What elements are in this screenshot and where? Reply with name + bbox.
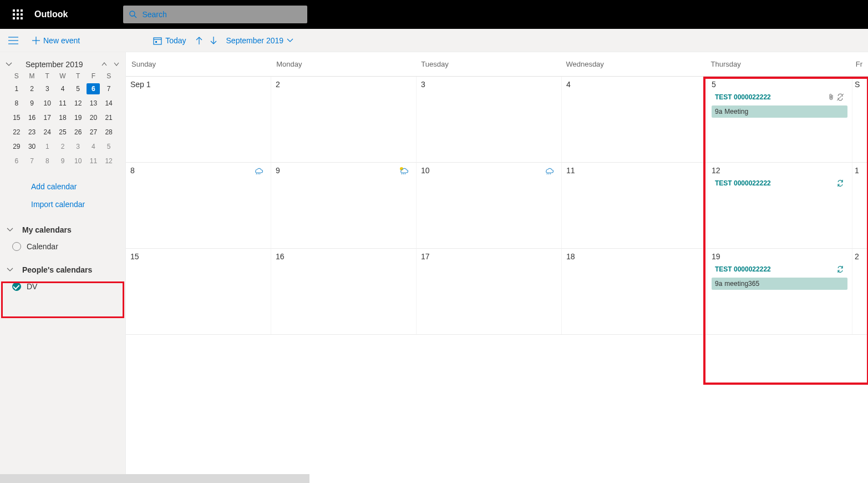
mini-cal-day[interactable]: 20 bbox=[87, 112, 100, 123]
mini-cal-day[interactable]: 26 bbox=[72, 127, 85, 138]
mini-cal-day[interactable]: 10 bbox=[72, 155, 85, 167]
calendar-cell[interactable]: 3 bbox=[417, 77, 562, 162]
mini-cal-day[interactable]: 23 bbox=[26, 127, 39, 138]
mini-cal-next-button[interactable] bbox=[113, 61, 120, 68]
mini-cal-day[interactable]: 12 bbox=[72, 98, 85, 109]
event-meeting[interactable]: 9ameeting365 bbox=[712, 278, 847, 290]
mini-cal-day[interactable]: 4 bbox=[87, 141, 100, 152]
mini-cal-day[interactable]: 15 bbox=[10, 112, 23, 123]
add-calendar-link[interactable]: Add calendar bbox=[0, 177, 125, 194]
mini-cal-day[interactable]: 2 bbox=[56, 141, 69, 152]
calendar-grid: Sep 12345TEST 00000222229aMeetingS891011… bbox=[126, 77, 868, 483]
mini-cal-day[interactable]: 9 bbox=[26, 98, 39, 109]
calendar-cell[interactable]: 1 bbox=[852, 163, 868, 248]
day-header: Fr bbox=[850, 52, 868, 76]
mini-cal-day[interactable]: 28 bbox=[102, 127, 115, 138]
day-headers: SundayMondayTuesdayWednesdayThursdayFr bbox=[126, 52, 868, 77]
mini-cal-day[interactable]: 7 bbox=[26, 155, 39, 167]
mini-cal-day[interactable]: 24 bbox=[40, 127, 54, 138]
calendar-cell[interactable]: 5TEST 00000222229aMeeting bbox=[707, 77, 852, 162]
mini-cal-day[interactable]: 12 bbox=[102, 155, 115, 167]
event-test[interactable]: TEST 0000022222 bbox=[712, 263, 847, 275]
calendar-cell[interactable]: 4 bbox=[562, 77, 707, 162]
chevron-down-icon[interactable] bbox=[6, 62, 12, 67]
today-indicator bbox=[852, 77, 868, 78]
mini-cal-day[interactable]: 17 bbox=[40, 112, 54, 123]
calendar-toggle-icon[interactable] bbox=[12, 282, 21, 291]
calendar-cell[interactable]: 15 bbox=[126, 249, 271, 334]
mini-cal-day[interactable]: 11 bbox=[87, 155, 100, 167]
mini-cal-prev-button[interactable] bbox=[101, 61, 108, 68]
mini-cal-day[interactable]: 10 bbox=[40, 98, 54, 109]
mini-cal-dow: F bbox=[86, 72, 101, 80]
mini-cal-day[interactable]: 5 bbox=[72, 83, 85, 94]
mini-cal-day[interactable]: 1 bbox=[10, 83, 23, 94]
calendar-item-label: DV bbox=[27, 282, 37, 291]
mini-cal-day[interactable]: 5 bbox=[102, 141, 115, 152]
calendar-cell[interactable]: Sep 1 bbox=[126, 77, 271, 162]
mini-cal-day[interactable]: 1 bbox=[40, 141, 54, 152]
my-calendars-label: My calendars bbox=[22, 225, 72, 234]
app-title: Outlook bbox=[34, 9, 68, 19]
weather-icon bbox=[253, 166, 264, 175]
mini-cal-day[interactable]: 18 bbox=[56, 112, 69, 123]
prev-period-button[interactable] bbox=[192, 29, 206, 52]
calendar-cell[interactable]: 11 bbox=[562, 163, 707, 248]
mini-cal-day[interactable]: 4 bbox=[56, 83, 69, 94]
calendar-cell[interactable]: S bbox=[852, 77, 868, 162]
calendar-toggle-icon[interactable] bbox=[12, 242, 21, 251]
mini-cal-day[interactable]: 2 bbox=[26, 83, 39, 94]
date-label: 19 bbox=[712, 252, 847, 261]
calendar-cell[interactable]: 12TEST 0000022222 bbox=[707, 163, 852, 248]
mini-cal-day[interactable]: 3 bbox=[72, 141, 85, 152]
calendar-cell[interactable]: 2 bbox=[852, 249, 868, 334]
date-label: 2 bbox=[276, 80, 412, 89]
mini-cal-day[interactable]: 3 bbox=[40, 83, 54, 94]
mini-cal-day[interactable]: 14 bbox=[102, 98, 115, 109]
calendar-cell[interactable]: 18 bbox=[562, 249, 707, 334]
nav-toggle-button[interactable] bbox=[0, 29, 27, 52]
mini-cal-day[interactable]: 8 bbox=[10, 98, 23, 109]
mini-cal-day[interactable]: 21 bbox=[102, 112, 115, 123]
app-launcher-button[interactable] bbox=[4, 1, 31, 28]
mini-cal-day[interactable]: 9 bbox=[56, 155, 69, 167]
mini-cal-day[interactable]: 6 bbox=[87, 83, 100, 94]
calendar-item-calendar[interactable]: Calendar bbox=[0, 239, 125, 254]
search-box[interactable] bbox=[123, 6, 307, 23]
date-label: 12 bbox=[712, 166, 847, 175]
my-calendars-group-header[interactable]: My calendars bbox=[0, 220, 125, 239]
mini-cal-day[interactable]: 6 bbox=[10, 155, 23, 167]
calendar-item-dv[interactable]: DV bbox=[0, 279, 125, 294]
import-calendar-link[interactable]: Import calendar bbox=[0, 194, 125, 212]
mini-cal-day[interactable]: 29 bbox=[10, 141, 23, 152]
event-time: 9a bbox=[715, 280, 722, 288]
calendar-cell[interactable]: 2 bbox=[271, 77, 417, 162]
peoples-calendars-group-header[interactable]: People's calendars bbox=[0, 260, 125, 279]
event-meeting[interactable]: 9aMeeting bbox=[712, 105, 847, 118]
calendar-cell[interactable]: 8 bbox=[126, 163, 271, 248]
calendar-cell[interactable]: 9 bbox=[271, 163, 417, 248]
calendar-cell[interactable]: 16 bbox=[271, 249, 417, 334]
calendar-cell[interactable]: 10 bbox=[417, 163, 562, 248]
month-picker-button[interactable]: September 2019 bbox=[221, 29, 300, 52]
today-button[interactable]: Today bbox=[148, 29, 191, 52]
new-event-button[interactable]: New event bbox=[27, 29, 85, 52]
mini-cal-day[interactable]: 16 bbox=[26, 112, 39, 123]
mini-cal-day[interactable]: 25 bbox=[56, 127, 69, 138]
next-period-button[interactable] bbox=[206, 29, 221, 52]
mini-cal-day[interactable]: 13 bbox=[87, 98, 100, 109]
svg-rect-2 bbox=[21, 9, 23, 12]
calendar-cell[interactable]: 19TEST 00000222229ameeting365 bbox=[707, 249, 852, 334]
event-test[interactable]: TEST 0000022222 bbox=[712, 177, 847, 189]
mini-cal-day[interactable]: 19 bbox=[72, 112, 85, 123]
mini-cal-day[interactable]: 7 bbox=[102, 83, 115, 94]
mini-cal-day[interactable]: 27 bbox=[87, 127, 100, 138]
mini-cal-day[interactable]: 11 bbox=[56, 98, 69, 109]
search-input[interactable] bbox=[142, 10, 302, 19]
event-test[interactable]: TEST 0000022222 bbox=[712, 91, 847, 103]
mini-cal-day[interactable]: 30 bbox=[26, 141, 39, 152]
mini-cal-day[interactable]: 8 bbox=[40, 155, 54, 167]
calendar-cell[interactable]: 17 bbox=[417, 249, 562, 334]
day-header: Thursday bbox=[705, 52, 850, 76]
mini-cal-day[interactable]: 22 bbox=[10, 127, 23, 138]
